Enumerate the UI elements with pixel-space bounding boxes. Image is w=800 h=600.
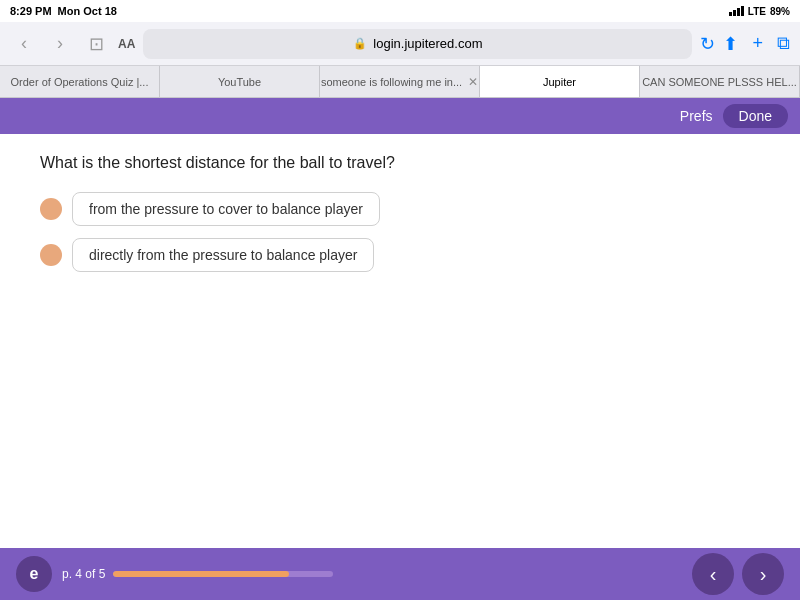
signal-bar-1 [729,12,732,16]
status-left: 8:29 PM Mon Oct 18 [10,5,117,17]
signal-bars [729,6,744,16]
reader-button[interactable]: AA [118,37,135,51]
tab-following[interactable]: someone is following me in... ✕ [320,66,480,97]
question-text: What is the shortest distance for the ba… [40,154,760,172]
reload-button[interactable]: ↻ [700,33,715,55]
radio-button-1[interactable] [40,198,62,220]
close-tab-icon[interactable]: ✕ [468,75,478,89]
purple-header-bar: Prefs Done [0,98,800,134]
tab-can-someone[interactable]: CAN SOMEONE PLSSS HEL... [640,66,800,97]
prev-arrow-button[interactable]: ‹ [692,553,734,595]
forward-button[interactable]: › [46,30,74,58]
main-content: What is the shortest distance for the ba… [0,134,800,494]
answer-label-2[interactable]: directly from the pressure to balance pl… [72,238,374,272]
signal-bar-4 [741,6,744,16]
day-display: Mon Oct 18 [58,5,117,17]
lte-label: LTE [748,6,766,17]
tab-order-of-operations[interactable]: Order of Operations Quiz |... [0,66,160,97]
answer-option-2[interactable]: directly from the pressure to balance pl… [40,238,760,272]
prefs-button[interactable]: Prefs [680,108,713,124]
bookmarks-button[interactable]: ⊡ [82,30,110,58]
next-arrow-button[interactable]: › [742,553,784,595]
progress-track [113,571,333,577]
page-indicator: p. 4 of 5 [62,567,333,581]
toolbar-actions: ⬆ + ⧉ [723,33,790,55]
status-bar: 8:29 PM Mon Oct 18 LTE 89% [0,0,800,22]
back-button[interactable]: ‹ [10,30,38,58]
radio-button-2[interactable] [40,244,62,266]
share-button[interactable]: ⬆ [723,33,738,55]
tabs-bar: Order of Operations Quiz |... YouTube so… [0,66,800,98]
tab-label: Order of Operations Quiz |... [11,76,149,88]
address-bar[interactable]: 🔒 login.jupitered.com [143,29,692,59]
tab-label: CAN SOMEONE PLSSS HEL... [642,76,797,88]
signal-bar-2 [733,10,736,16]
battery-display: 89% [770,6,790,17]
tab-label: YouTube [218,76,261,88]
tabs-button[interactable]: ⧉ [777,33,790,54]
tab-jupiter[interactable]: Jupiter [480,66,640,97]
status-right: LTE 89% [729,6,790,17]
signal-bar-3 [737,8,740,16]
url-display: login.jupitered.com [373,36,482,51]
lock-icon: 🔒 [353,37,367,50]
bottom-bar: e p. 4 of 5 ‹ › [0,548,800,600]
bottom-left: e p. 4 of 5 [16,556,333,592]
browser-toolbar: ‹ › ⊡ AA 🔒 login.jupitered.com ↻ ⬆ + ⧉ [0,22,800,66]
time-display: 8:29 PM [10,5,52,17]
done-button[interactable]: Done [723,104,788,128]
jupiter-app-icon: e [16,556,52,592]
tab-youtube[interactable]: YouTube [160,66,320,97]
nav-arrows: ‹ › [692,553,784,595]
tab-label: Jupiter [543,76,576,88]
tab-label: someone is following me in... [321,76,462,88]
new-tab-button[interactable]: + [752,33,763,54]
page-label: p. 4 of 5 [62,567,105,581]
answer-option-1[interactable]: from the pressure to cover to balance pl… [40,192,760,226]
answer-label-1[interactable]: from the pressure to cover to balance pl… [72,192,380,226]
progress-fill [113,571,289,577]
